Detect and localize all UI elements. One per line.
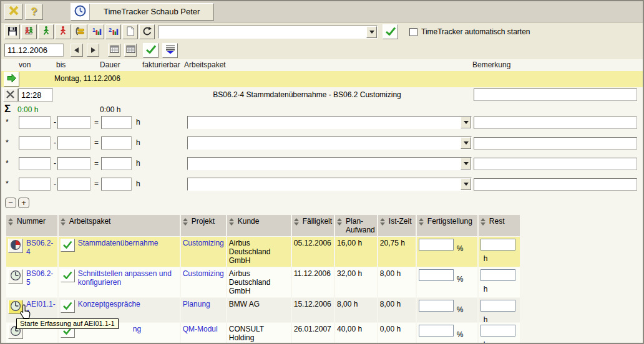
header-ist-zeit[interactable]: Ist-Zeit bbox=[378, 215, 416, 236]
task-number-link[interactable]: BS06.2-4 bbox=[26, 239, 56, 256]
sort-icon[interactable] bbox=[481, 218, 485, 226]
sort-icon[interactable] bbox=[380, 218, 385, 226]
required-marker: * bbox=[6, 179, 9, 188]
projekt-link[interactable]: Planung bbox=[183, 300, 210, 308]
sort-icon[interactable] bbox=[337, 218, 342, 226]
sort-icon[interactable] bbox=[229, 218, 234, 226]
collapse-panel-button[interactable] bbox=[162, 43, 178, 58]
rest-input[interactable] bbox=[481, 239, 515, 251]
close-button[interactable] bbox=[4, 4, 22, 20]
task-combobox[interactable] bbox=[158, 26, 378, 39]
arbeitspaket-combobox[interactable] bbox=[187, 116, 472, 129]
bis-input[interactable] bbox=[57, 136, 90, 150]
calendar-week-button[interactable] bbox=[124, 44, 137, 57]
rest-input[interactable] bbox=[481, 300, 515, 312]
fertigstellung-input[interactable] bbox=[419, 239, 454, 251]
table-row: BS06.2-4 Stammdatenübernahme Customizing… bbox=[6, 237, 520, 267]
von-input[interactable] bbox=[19, 136, 51, 150]
start-timer-button[interactable] bbox=[8, 239, 23, 253]
arbeitspaket-combobox[interactable] bbox=[187, 136, 472, 150]
prev-day-button[interactable] bbox=[71, 44, 83, 57]
header-fertigstellung[interactable]: Fertigstellung bbox=[417, 215, 477, 236]
start-timer-button[interactable] bbox=[8, 269, 23, 284]
rest-input[interactable] bbox=[481, 269, 515, 281]
autostart-checkbox[interactable] bbox=[409, 28, 417, 36]
stop-tracking-button[interactable] bbox=[55, 24, 71, 39]
next-day-button[interactable] bbox=[87, 44, 99, 57]
bemerkung-input[interactable] bbox=[474, 117, 637, 129]
dauer-input[interactable] bbox=[101, 178, 132, 191]
report1-button[interactable]: 1 bbox=[89, 24, 104, 39]
combobox-dropdown-button[interactable] bbox=[461, 117, 471, 128]
add-row-button[interactable]: + bbox=[18, 198, 29, 208]
arbeitspaket-combobox[interactable] bbox=[187, 178, 472, 191]
tracking-bemerkung-input[interactable] bbox=[474, 88, 637, 101]
arbeitspaket-link[interactable]: Konzeptgespräche bbox=[78, 300, 140, 308]
projekt-link[interactable]: Customizing bbox=[183, 269, 224, 278]
dauer-input[interactable] bbox=[101, 157, 132, 170]
app-clock-button[interactable] bbox=[71, 4, 90, 20]
von-input[interactable] bbox=[19, 116, 51, 129]
arbeitspaket-link[interactable]: ng bbox=[133, 325, 141, 333]
von-input[interactable] bbox=[19, 157, 51, 170]
cancel-tracking-button[interactable] bbox=[3, 88, 17, 102]
header-faelligkeit[interactable]: Fälligkeit bbox=[292, 215, 334, 236]
tracking-start-time-input[interactable] bbox=[18, 88, 53, 102]
dauer-input[interactable] bbox=[101, 136, 132, 150]
projekt-link[interactable]: QM-Modul bbox=[183, 325, 218, 333]
bis-input[interactable] bbox=[57, 178, 90, 191]
refresh-button[interactable] bbox=[139, 24, 155, 39]
bemerkung-input[interactable] bbox=[474, 178, 637, 191]
header-plan-aufwand[interactable]: Plan-Aufwand bbox=[335, 215, 377, 236]
rest-input[interactable] bbox=[481, 325, 515, 337]
date-input[interactable] bbox=[4, 44, 64, 57]
combobox-dropdown-button[interactable] bbox=[461, 158, 471, 170]
complete-task-button[interactable] bbox=[61, 300, 75, 313]
combobox-dropdown-button[interactable] bbox=[461, 178, 471, 190]
complete-task-button[interactable] bbox=[61, 269, 75, 282]
confirm-date-button[interactable] bbox=[143, 43, 159, 58]
new-document-button[interactable] bbox=[122, 24, 138, 39]
complete-task-button[interactable] bbox=[61, 239, 75, 252]
table-row: BS06.2-5 Schnittstellen anpassen und kon… bbox=[6, 267, 520, 297]
ist-zeit-cell: 20,75 h bbox=[378, 237, 416, 267]
hour-unit: h bbox=[136, 159, 140, 168]
sort-icon[interactable] bbox=[419, 218, 424, 226]
bemerkung-input[interactable] bbox=[474, 137, 637, 150]
bemerkung-input[interactable] bbox=[474, 158, 637, 170]
bookings-button[interactable] bbox=[72, 24, 87, 39]
arbeitspaket-combobox[interactable] bbox=[187, 157, 472, 170]
report2-button[interactable]: 2 bbox=[105, 24, 121, 39]
switch-user-button[interactable] bbox=[21, 24, 37, 39]
header-nummer[interactable]: Nummer bbox=[6, 215, 57, 236]
task-number-link[interactable]: BS06.2-5 bbox=[26, 269, 56, 287]
bis-input[interactable] bbox=[57, 116, 90, 129]
sort-icon[interactable] bbox=[61, 218, 66, 226]
fertigstellung-input[interactable] bbox=[419, 269, 454, 281]
combobox-dropdown-button[interactable] bbox=[366, 26, 377, 38]
goto-day-button[interactable] bbox=[4, 72, 19, 87]
sort-icon[interactable] bbox=[183, 218, 188, 226]
arbeitspaket-link[interactable]: Stammdatenübernahme bbox=[78, 239, 159, 247]
calendar-day-button[interactable] bbox=[108, 44, 120, 57]
header-rest[interactable]: Rest bbox=[479, 215, 520, 236]
combobox-dropdown-button[interactable] bbox=[461, 137, 471, 149]
remove-row-button[interactable]: − bbox=[5, 198, 16, 208]
fertigstellung-input[interactable] bbox=[419, 300, 454, 312]
save-button[interactable] bbox=[4, 24, 20, 39]
bis-input[interactable] bbox=[57, 157, 90, 170]
header-arbeitspaket[interactable]: Arbeitspaket bbox=[59, 215, 180, 236]
start-tracking-button[interactable] bbox=[38, 24, 54, 39]
fertigstellung-input[interactable] bbox=[419, 325, 454, 337]
arbeitspaket-link[interactable]: Schnittstellen anpassen und konfiguriere… bbox=[78, 269, 178, 287]
header-projekt[interactable]: Projekt bbox=[181, 215, 226, 236]
projekt-link[interactable]: Customizing bbox=[183, 239, 224, 247]
tracking-task-label: BS06.2-4 Stammdatenübernahme - BS06.2 Cu… bbox=[163, 90, 451, 99]
header-kunde[interactable]: Kunde bbox=[227, 215, 291, 236]
sort-icon[interactable] bbox=[8, 218, 13, 226]
help-button[interactable]: ? bbox=[25, 4, 43, 20]
sort-icon[interactable] bbox=[294, 218, 299, 226]
apply-task-button[interactable] bbox=[383, 24, 398, 39]
dauer-input[interactable] bbox=[101, 116, 132, 129]
von-input[interactable] bbox=[19, 178, 51, 191]
